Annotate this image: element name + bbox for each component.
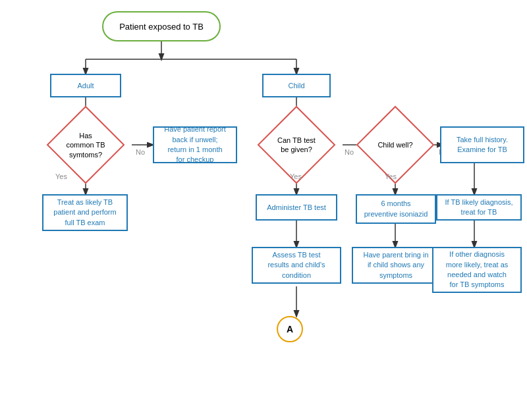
full-history-node: Take full history. Examine for TB: [440, 126, 524, 163]
parent-bring-label: Have parent bring in if child shows any …: [363, 250, 428, 280]
six-months-label: 6 months preventive isoniazid: [364, 199, 428, 219]
administer-node: Administer TB test: [256, 194, 337, 221]
report-back-node: Have patient report back if unwell; retu…: [153, 126, 237, 163]
child-well-diamond: Child well?: [354, 117, 436, 172]
no-label-symptoms: No: [136, 148, 145, 156]
adult-node: Adult: [50, 74, 121, 97]
start-label: Patient exposed to TB: [119, 22, 204, 32]
tb-likely-label: If TB likely diagnosis, treat for TB: [445, 197, 513, 218]
has-symptoms-diamond: Has common TB symtoms?: [45, 117, 126, 172]
parent-bring-node: Have parent bring in if child shows any …: [352, 247, 440, 284]
assess-label: Assess TB test results and child's condi…: [267, 250, 325, 280]
tb-likely-node: If TB likely diagnosis, treat for TB: [436, 194, 522, 221]
flowchart-diagram: Patient exposed to TB Adult Child Has co…: [0, 0, 527, 420]
connector-a-node: A: [277, 316, 303, 342]
can-tb-test-diamond: Can TB test be given?: [256, 117, 337, 172]
assess-node: Assess TB test results and child's condi…: [252, 247, 341, 284]
six-months-node: 6 months preventive isoniazid: [356, 194, 436, 224]
child-label: Child: [288, 82, 304, 90]
yes-label-can-test: Yes: [290, 172, 302, 180]
full-history-label: Take full history. Examine for TB: [457, 135, 508, 155]
treat-adult-label: Treat as likely TB patient and perform f…: [53, 197, 116, 228]
other-diagnosis-node: If other diagnosis more likely, treat as…: [432, 247, 522, 293]
administer-label: Administer TB test: [267, 203, 326, 211]
no-label-can-test: No: [345, 148, 354, 156]
report-back-label: Have patient report back if unwell; retu…: [164, 124, 226, 165]
treat-adult-node: Treat as likely TB patient and perform f…: [42, 194, 128, 231]
other-diagnosis-label: If other diagnosis more likely, treat as…: [446, 249, 509, 290]
child-node: Child: [262, 74, 331, 97]
yes-label-child-well: Yes: [385, 172, 397, 180]
adult-label: Adult: [77, 82, 94, 90]
yes-label-symptoms: Yes: [55, 172, 67, 180]
start-node: Patient exposed to TB: [102, 11, 221, 41]
connector-a-label: A: [287, 324, 293, 334]
